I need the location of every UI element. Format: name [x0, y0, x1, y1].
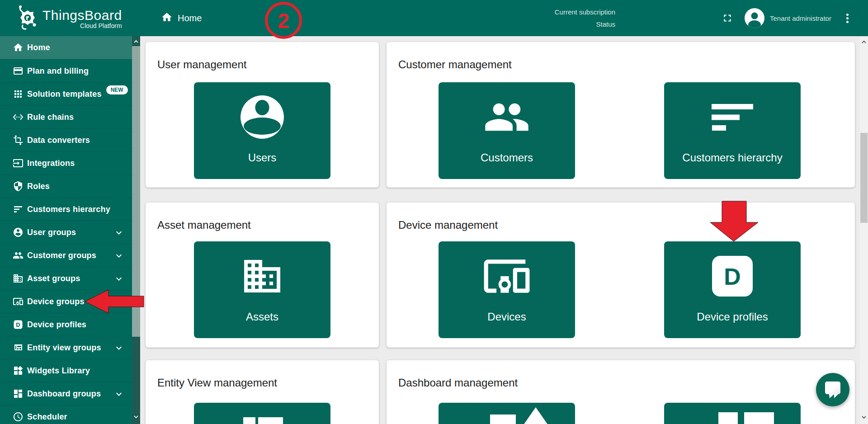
tile-label: Users	[194, 151, 330, 164]
sidebar-item-customer-groups[interactable]: Customer groups	[0, 244, 132, 267]
sidebar-item-widgets-library[interactable]: Widgets Library	[0, 359, 132, 382]
card-asset-management: Asset managementAssets	[146, 203, 379, 348]
people-icon	[439, 82, 575, 152]
tile-label: Assets	[194, 311, 330, 323]
chat-fab-button[interactable]	[816, 373, 849, 406]
thingsboard-bug-icon	[16, 5, 39, 32]
sidebar-scrollbar[interactable]	[132, 36, 140, 424]
sidebar-item-label: Device groups	[27, 297, 85, 306]
sidebar-item-user-groups[interactable]: User groups	[0, 221, 132, 244]
card-title: User management	[157, 58, 246, 71]
sidebar-item-data-converters[interactable]: Data converters	[0, 128, 132, 151]
tile-label: Devices	[439, 311, 575, 323]
fullscreen-button[interactable]	[722, 12, 733, 25]
rule-chain-icon	[13, 112, 24, 122]
tile-devices[interactable]: Devices	[439, 241, 575, 338]
card-title: Dashboard management	[398, 377, 518, 389]
card-dashboard-management: Dashboard management	[387, 360, 855, 424]
card-title: Entity View management	[157, 377, 277, 389]
tile-label: Customers hierarchy	[664, 151, 801, 164]
sidebar-item-entity-view-groups[interactable]: Entity view groups	[0, 336, 132, 359]
input-arrow-icon	[13, 158, 24, 169]
card-customer-management: Customer managementCustomersCustomers hi…	[387, 42, 855, 188]
d-box-icon: D	[13, 319, 24, 330]
sidebar-item-device-profiles[interactable]: DDevice profiles	[0, 313, 132, 336]
tile-dashboard-management-0[interactable]	[439, 403, 575, 424]
page-scrollbar-thumb[interactable]	[860, 133, 868, 223]
tile-device-profiles[interactable]: DDevice profiles	[664, 241, 801, 338]
tile-label: Device profiles	[664, 311, 801, 323]
sidebar-item-label: Device profiles	[27, 320, 86, 330]
tile-users[interactable]: Users	[194, 82, 330, 179]
breadcrumb-label: Home	[178, 13, 202, 24]
card-device-management: Device managementDevicesDDevice profiles	[387, 203, 855, 348]
tile-customers-hierarchy[interactable]: Customers hierarchy	[664, 82, 801, 179]
sidebar-item-asset-groups[interactable]: Asset groups	[0, 267, 132, 290]
sidebar-item-label: Scheduler	[27, 412, 67, 422]
sidebar-item-device-groups[interactable]: Device groups	[0, 290, 132, 313]
user-avatar[interactable]	[745, 8, 764, 28]
building-icon	[194, 241, 330, 311]
sidebar-item-solution-templates[interactable]: Solution templatesNEW	[0, 82, 132, 105]
scroll-up-icon[interactable]	[861, 38, 867, 47]
tile-customers[interactable]: Customers	[439, 82, 575, 179]
svg-text:D: D	[724, 264, 741, 290]
widgets-icon	[13, 365, 24, 376]
building-icon	[13, 273, 24, 284]
page-scrollbar[interactable]	[860, 36, 868, 424]
entity-partial-icon	[194, 403, 330, 424]
sidebar-item-roles[interactable]: Roles	[0, 174, 132, 198]
scroll-down-icon[interactable]	[861, 414, 867, 422]
sidebar-item-home[interactable]: Home	[0, 36, 132, 59]
sidebar-item-customers-hierarchy[interactable]: Customers hierarchy	[0, 198, 132, 221]
sidebar-item-scheduler[interactable]: Scheduler	[0, 405, 132, 424]
sort-bars-icon	[664, 82, 801, 152]
app-header: ThingsBoard Cloud Platform Home Current …	[0, 0, 868, 36]
tile-dashboard-management-1[interactable]	[664, 403, 801, 424]
brand-logo[interactable]: ThingsBoard Cloud Platform	[16, 5, 122, 32]
sidebar-item-plan-and-billing[interactable]: Plan and billing	[0, 59, 132, 82]
breadcrumb[interactable]: Home	[161, 0, 202, 36]
chevron-down-icon[interactable]	[113, 343, 124, 353]
sidebar-item-label: Plan and billing	[27, 66, 89, 76]
chevron-down-icon[interactable]	[113, 273, 124, 284]
home-icon	[161, 11, 173, 25]
sidebar-item-label: Asset groups	[27, 274, 80, 283]
more-menu-button[interactable]	[844, 13, 851, 24]
tile-entity-view-management-0[interactable]	[194, 403, 330, 424]
d-box-icon: D	[664, 241, 801, 311]
dashboard-icon	[13, 388, 24, 399]
sidebar-item-label: Integrations	[27, 159, 75, 168]
sidebar-item-rule-chains[interactable]: Rule chains	[0, 105, 132, 128]
sidebar-nav: HomePlan and billingSolution templatesNE…	[0, 36, 132, 424]
sidebar-scrollbar-thumb[interactable]	[132, 46, 140, 337]
subscription-status: Current subscription Status	[555, 6, 615, 30]
dash-arrow-partial-icon	[439, 403, 575, 424]
credit-card-icon	[13, 66, 24, 76]
sidebar-item-label: Rule chains	[27, 113, 74, 122]
sidebar-item-label: Customers hierarchy	[27, 205, 110, 214]
chevron-down-icon[interactable]	[113, 250, 124, 261]
new-badge: NEW	[106, 85, 128, 94]
chevron-down-icon[interactable]	[113, 227, 124, 238]
scroll-down-icon[interactable]	[133, 413, 139, 421]
sidebar-item-dashboard-groups[interactable]: Dashboard groups	[0, 382, 132, 405]
card-title: Asset management	[157, 219, 251, 231]
sidebar-item-integrations[interactable]: Integrations	[0, 151, 132, 174]
tile-assets[interactable]: Assets	[194, 241, 330, 338]
sidebar-item-label: Data converters	[27, 136, 90, 145]
thingsboard-app: ThingsBoard Cloud Platform Home Current …	[0, 0, 868, 424]
home-icon	[13, 42, 24, 53]
scroll-up-icon[interactable]	[133, 38, 139, 46]
brand-name: ThingsBoard	[42, 8, 122, 23]
card-entity-view-management: Entity View management	[146, 360, 379, 424]
chevron-down-icon[interactable]	[113, 389, 124, 400]
shield-icon	[13, 181, 24, 192]
clock-icon	[13, 411, 24, 422]
subscription-line1: Current subscription	[555, 6, 615, 18]
account-circle-icon	[13, 227, 24, 238]
sidebar-item-label: Dashboard groups	[27, 389, 101, 399]
main-content: User managementUsersCustomer managementC…	[140, 36, 860, 424]
devices-icon	[439, 241, 575, 311]
brand-subtitle: Cloud Platform	[42, 22, 122, 29]
